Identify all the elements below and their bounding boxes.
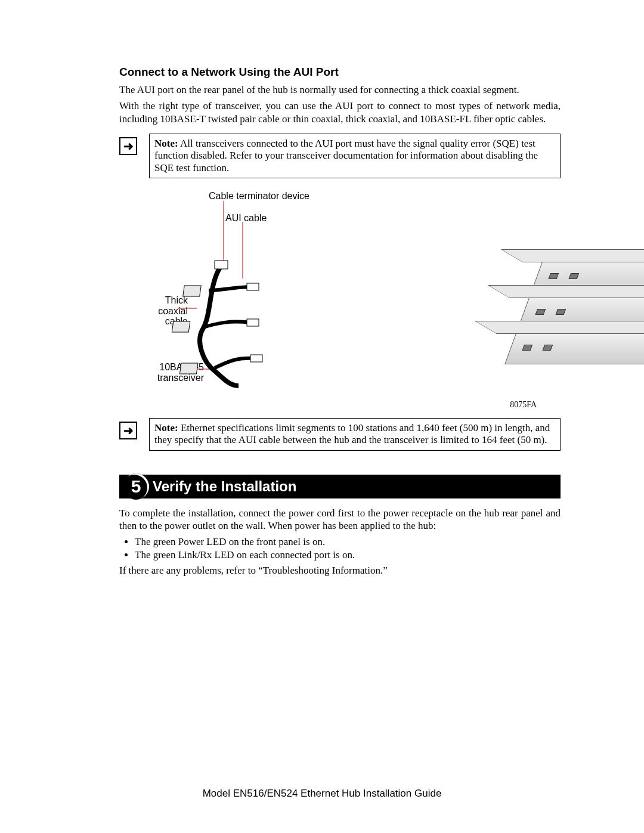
note-label: Note:	[154, 138, 178, 149]
note-body: All transceivers connected to the AUI po…	[154, 138, 538, 174]
note-label: Note:	[154, 422, 178, 433]
step-header-verify: 5 Verify the Installation	[119, 475, 561, 498]
svg-rect-8	[247, 283, 259, 290]
svg-rect-10	[250, 355, 262, 362]
arrow-icon: ➜	[119, 422, 137, 439]
note-body: Ethernet specifications limit segments t…	[154, 422, 550, 445]
figure-code: 8075FA	[510, 400, 537, 410]
verify-bullets: The green Power LED on the front panel i…	[119, 535, 561, 562]
svg-rect-4	[215, 261, 228, 269]
step-title: Verify the Installation	[153, 478, 296, 494]
list-item: The green Link/Rx LED on each connected …	[135, 549, 561, 561]
step-number-badge: 5	[123, 473, 149, 500]
note-sqe-text: Note: All transceivers connected to the …	[149, 134, 561, 178]
figure-cables	[119, 189, 561, 410]
para-verify-1: To complete the installation, connect th…	[119, 507, 561, 532]
list-item: The green Power LED on the front panel i…	[135, 535, 561, 548]
para-aui-2: With the right type of transceiver, you …	[119, 100, 561, 125]
section-title-aui: Connect to a Network Using the AUI Port	[119, 66, 561, 79]
page-footer: Model EN516/EN524 Ethernet Hub Installat…	[0, 788, 644, 800]
svg-rect-9	[247, 319, 259, 326]
note-limits-text: Note: Ethernet specifications limit segm…	[149, 418, 561, 451]
para-verify-2: If there are any problems, refer to “Tro…	[119, 564, 561, 577]
svg-rect-6	[172, 321, 190, 332]
note-sqe: ➜ Note: All transceivers connected to th…	[119, 134, 561, 178]
para-aui-1: The AUI port on the rear panel of the hu…	[119, 83, 561, 96]
figure-aui-wiring: Cable terminator device AUI cable Thick …	[119, 189, 561, 410]
hub-device	[504, 332, 644, 364]
arrow-icon: ➜	[119, 137, 137, 155]
svg-rect-7	[179, 363, 198, 374]
note-limits: ➜ Note: Ethernet specifications limit se…	[119, 418, 561, 451]
svg-rect-5	[183, 286, 202, 296]
